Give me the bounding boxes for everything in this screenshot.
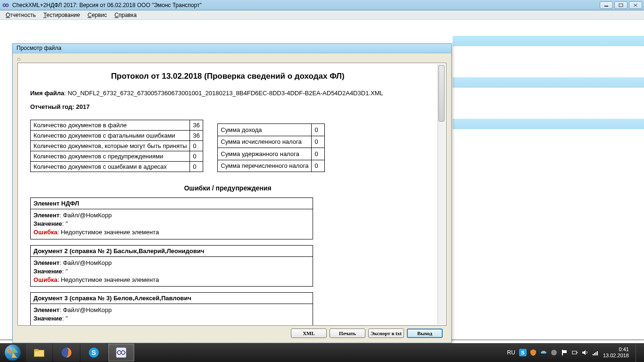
tray-app-icon[interactable] xyxy=(550,349,558,356)
svg-rect-14 xyxy=(572,351,577,354)
table-row: Количество документов в файле36 xyxy=(31,120,203,131)
app-icon xyxy=(2,1,9,9)
summary-table-right: Сумма дохода0 Сумма исчисленного налога0… xyxy=(217,123,325,172)
protocol-heading: Протокол от 13.02.2018 (Проверка сведени… xyxy=(30,72,425,81)
bg-stripe xyxy=(453,36,644,46)
print-button[interactable]: Печать xyxy=(330,329,365,338)
table-row: Сумма исчисленного налога0 xyxy=(218,136,325,148)
tray-security-icon[interactable] xyxy=(529,349,537,356)
menu-reports[interactable]: Отчетность xyxy=(3,11,39,19)
scrollbar-thumb[interactable] xyxy=(438,65,445,122)
error-block-title: Документ 2 (справка № 2) Баслык,Валерий,… xyxy=(31,246,313,257)
tray-date: 13.02.2018 xyxy=(603,353,629,359)
svg-rect-17 xyxy=(594,353,595,355)
document-frame: Протокол от 13.02.2018 (Проверка сведени… xyxy=(17,63,446,326)
table-row: Количество документов, которые могут быт… xyxy=(31,141,203,151)
error-block: Документ 2 (справка № 2) Баслык,Валерий,… xyxy=(30,245,313,287)
tray-clock[interactable]: 0:41 13.02.2018 xyxy=(603,346,629,359)
svg-rect-13 xyxy=(562,350,563,355)
taskbar-item-checkxml[interactable] xyxy=(108,344,134,362)
export-txt-button[interactable]: Экспорт в txt xyxy=(368,329,404,338)
year-value: 2017 xyxy=(76,103,90,110)
system-tray: RU S 0:41 13.02.2018 xyxy=(507,343,644,362)
table-row: Сумма удержанного налога0 xyxy=(218,148,325,160)
menu-testing[interactable]: Тестирование xyxy=(41,11,83,19)
svg-rect-19 xyxy=(597,351,598,355)
close-button[interactable] xyxy=(629,1,642,9)
error-block: Документ 3 (справка № 3) Белов,Алексей,П… xyxy=(30,292,313,325)
doc-checkbox[interactable]: □ xyxy=(17,57,446,62)
tray-network-icon[interactable] xyxy=(592,349,599,356)
svg-rect-18 xyxy=(595,352,596,355)
svg-rect-5 xyxy=(34,349,39,351)
svg-rect-1 xyxy=(619,4,623,7)
menu-service[interactable]: Сервис xyxy=(85,11,110,19)
svg-rect-15 xyxy=(577,352,578,353)
table-row: Сумма перечисленного налога0 xyxy=(218,160,325,172)
error-block-title: Элемент НДФЛ xyxy=(31,198,313,209)
tray-skype-icon[interactable]: S xyxy=(519,349,527,356)
file-viewer-dialog: Просмотр файла □ Протокол от 13.02.2018 … xyxy=(12,43,452,343)
scrollbar[interactable] xyxy=(438,64,445,324)
bg-stripe xyxy=(453,77,644,88)
xml-button[interactable]: XML xyxy=(291,329,327,338)
exit-button[interactable]: Выход xyxy=(407,329,443,338)
maximize-button[interactable] xyxy=(614,1,627,9)
error-block-title: Документ 3 (справка № 3) Белов,Алексей,П… xyxy=(31,293,313,304)
tray-volume-icon[interactable] xyxy=(581,349,589,356)
bg-stripe xyxy=(453,119,644,129)
tray-flag-icon[interactable] xyxy=(561,349,568,356)
taskbar-item-skype[interactable]: S xyxy=(81,344,107,362)
summary-table-left: Количество документов в файле36 Количест… xyxy=(30,120,203,172)
taskbar-item-firefox[interactable] xyxy=(53,344,80,362)
year-label: Отчетный год xyxy=(30,103,72,110)
show-desktop-button[interactable] xyxy=(636,343,640,362)
start-button[interactable] xyxy=(0,343,25,362)
window-titlebar: CheckXML+2НДФЛ 2017: Версия от 06.02.201… xyxy=(0,0,644,10)
svg-point-12 xyxy=(551,350,557,355)
tray-onedrive-icon[interactable] xyxy=(540,349,547,356)
window-title: CheckXML+2НДФЛ 2017: Версия от 06.02.201… xyxy=(12,2,202,8)
table-row: Количество документов с ошибками в адрес… xyxy=(31,162,203,172)
svg-rect-16 xyxy=(593,354,594,355)
dialog-title: Просмотр файла xyxy=(13,44,451,53)
table-row: Количество документов с фатальными ошибк… xyxy=(31,131,203,141)
table-row: Сумма дохода0 xyxy=(218,124,325,136)
work-area: Просмотр файла □ Протокол от 13.02.2018 … xyxy=(0,20,644,342)
svg-text:S: S xyxy=(521,350,524,355)
svg-text:S: S xyxy=(91,349,96,356)
minimize-button[interactable] xyxy=(600,1,613,9)
errors-heading: Ошибки / предупреждения xyxy=(30,184,425,192)
menu-bar: Отчетность Тестирование Сервис Справка xyxy=(0,10,644,20)
taskbar-item-explorer[interactable] xyxy=(26,344,52,362)
filename-label: Имя файла xyxy=(30,90,64,97)
error-block: Элемент НДФЛ Элемент: Файл/@НомКорр Знач… xyxy=(30,197,313,239)
tray-time: 0:41 xyxy=(603,346,629,353)
document-content: Протокол от 13.02.2018 (Проверка сведени… xyxy=(18,63,438,325)
lang-indicator[interactable]: RU xyxy=(507,349,515,356)
window-controls xyxy=(600,1,642,9)
dialog-buttons: XML Печать Экспорт в txt Выход xyxy=(17,326,446,341)
table-row: Количество документов с предупреждениями… xyxy=(31,151,203,162)
filename-value: NO_NDFL2_6732_6732_6730057360673001001_2… xyxy=(67,90,383,97)
tray-power-icon[interactable] xyxy=(571,349,578,356)
windows-taskbar: S RU S 0:41 13.02.2018 xyxy=(0,343,644,362)
menu-help[interactable]: Справка xyxy=(112,11,140,19)
